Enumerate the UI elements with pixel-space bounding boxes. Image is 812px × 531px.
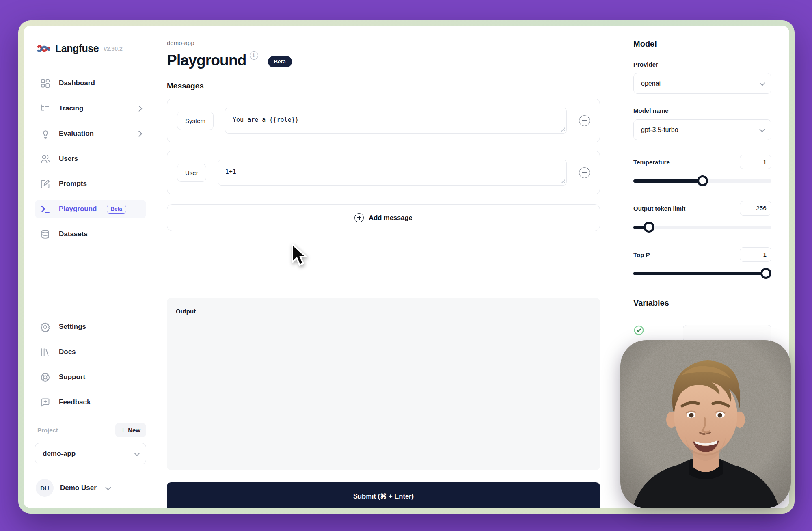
top-p-value[interactable]: 1 bbox=[740, 247, 771, 262]
lifebuoy-icon bbox=[40, 372, 51, 383]
sidebar-item-label: Support bbox=[59, 373, 85, 381]
sidebar-item-playground[interactable]: Playground Beta bbox=[35, 200, 146, 218]
variables-heading: Variables bbox=[633, 298, 771, 308]
top-p-label: Top P bbox=[633, 251, 650, 258]
mouse-cursor bbox=[289, 243, 310, 269]
system-message-input[interactable]: You are a {{role}} bbox=[225, 108, 567, 134]
chevron-down-icon bbox=[759, 126, 765, 132]
brand-name: Langfuse bbox=[55, 43, 99, 54]
sidebar-item-label: Settings bbox=[59, 323, 86, 331]
user-message-input[interactable]: 1+1 bbox=[218, 160, 567, 186]
plus-glyph: + bbox=[121, 426, 125, 434]
title-row: Playground i Beta bbox=[167, 53, 600, 68]
output-token-limit-slider[interactable] bbox=[633, 222, 771, 233]
sidebar-item-settings[interactable]: Settings bbox=[35, 317, 146, 336]
lightbulb-icon bbox=[40, 128, 51, 139]
temperature-label: Temperature bbox=[633, 159, 670, 166]
output-token-limit-value[interactable]: 256 bbox=[740, 201, 771, 216]
model-name-select-value: gpt-3.5-turbo bbox=[641, 126, 678, 134]
library-icon bbox=[40, 347, 51, 358]
output-token-limit-row: Output token limit 256 bbox=[633, 201, 771, 216]
beta-badge-outline: Beta bbox=[107, 205, 126, 214]
project-select-value: demo-app bbox=[43, 450, 76, 458]
info-icon[interactable]: i bbox=[250, 51, 258, 60]
desktop: { "app": { "brand": "Langfuse", "version… bbox=[0, 0, 812, 531]
user-name: Demo User bbox=[60, 484, 97, 492]
temperature-slider[interactable] bbox=[633, 175, 771, 186]
sidebar-item-label: Datasets bbox=[59, 230, 88, 238]
user-textarea-wrap: 1+1 bbox=[218, 160, 567, 186]
variable-row bbox=[633, 325, 771, 342]
output-panel: Output bbox=[167, 298, 600, 470]
project-select[interactable]: demo-app bbox=[35, 443, 146, 464]
sidebar-nav: Dashboard Tracing Evaluation bbox=[35, 74, 146, 244]
sidebar-item-users[interactable]: Users bbox=[35, 149, 146, 168]
main-content: demo-app Playground i Beta Messages Syst… bbox=[156, 26, 627, 508]
slider-thumb[interactable] bbox=[644, 222, 654, 233]
check-circle-icon bbox=[633, 325, 644, 336]
top-p-row: Top P 1 bbox=[633, 247, 771, 262]
breadcrumb[interactable]: demo-app bbox=[167, 39, 600, 46]
terminal-icon bbox=[40, 204, 51, 215]
top-p-slider[interactable] bbox=[633, 268, 771, 279]
beta-badge: Beta bbox=[268, 56, 292, 67]
langfuse-logo-icon bbox=[37, 43, 50, 54]
sidebar-item-support[interactable]: Support bbox=[35, 368, 146, 386]
remove-message-icon[interactable] bbox=[579, 167, 590, 178]
model-name-select[interactable]: gpt-3.5-turbo bbox=[633, 119, 771, 140]
slider-thumb[interactable] bbox=[697, 175, 708, 186]
role-chip-user[interactable]: User bbox=[177, 164, 206, 182]
sidebar-item-label: Users bbox=[59, 155, 78, 163]
submit-label: Submit (⌘ + Enter) bbox=[353, 492, 414, 500]
message-row-user: User 1+1 bbox=[167, 151, 600, 194]
webcam-overlay bbox=[620, 340, 791, 508]
temperature-row: Temperature 1 bbox=[633, 155, 771, 169]
chevron-down-icon bbox=[759, 80, 765, 86]
sidebar-item-datasets[interactable]: Datasets bbox=[35, 225, 146, 244]
sidebar-item-evaluation[interactable]: Evaluation bbox=[35, 124, 146, 143]
users-icon bbox=[40, 153, 51, 164]
sidebar-item-label: Docs bbox=[59, 348, 76, 356]
temperature-value[interactable]: 1 bbox=[740, 155, 771, 169]
app-version: v2.30.2 bbox=[104, 45, 123, 52]
model-name-label: Model name bbox=[633, 107, 771, 114]
chevron-right-icon bbox=[136, 130, 143, 137]
variable-value-input[interactable] bbox=[683, 325, 771, 342]
sidebar-item-dashboard[interactable]: Dashboard bbox=[35, 74, 146, 93]
slider-fill bbox=[633, 226, 644, 229]
system-textarea-wrap: You are a {{role}} bbox=[225, 108, 567, 134]
output-token-limit-label: Output token limit bbox=[633, 205, 685, 212]
page-title: Playground bbox=[167, 53, 246, 68]
tracing-icon bbox=[40, 103, 51, 114]
chevron-down-icon bbox=[105, 485, 111, 490]
presenter-video bbox=[620, 340, 791, 508]
slider-thumb[interactable] bbox=[760, 268, 771, 279]
new-project-button[interactable]: +New bbox=[115, 423, 146, 437]
logo-row: Langfuse v2.30.2 bbox=[35, 43, 146, 54]
add-message-label: Add message bbox=[369, 214, 412, 222]
remove-message-icon[interactable] bbox=[579, 115, 590, 126]
message-plus-icon bbox=[40, 397, 51, 408]
model-heading: Model bbox=[633, 39, 771, 49]
sidebar-item-prompts[interactable]: Prompts bbox=[35, 175, 146, 193]
sidebar-item-label: Dashboard bbox=[59, 79, 95, 87]
sidebar-item-label: Playground bbox=[59, 205, 97, 213]
submit-button[interactable]: Submit (⌘ + Enter) bbox=[167, 482, 600, 508]
dashboard-icon bbox=[40, 78, 51, 89]
sidebar-item-tracing[interactable]: Tracing bbox=[35, 99, 146, 118]
message-row-system: System You are a {{role}} bbox=[167, 99, 600, 142]
provider-select-value: openai bbox=[641, 80, 661, 87]
sidebar-footer-nav: Settings Docs Support bbox=[35, 317, 146, 412]
slider-fill bbox=[633, 272, 771, 275]
user-menu[interactable]: DU Demo User bbox=[35, 479, 146, 497]
gear-icon bbox=[40, 322, 51, 332]
output-label: Output bbox=[176, 308, 591, 315]
project-label: Project bbox=[37, 427, 58, 434]
role-chip-system[interactable]: System bbox=[177, 112, 214, 130]
database-icon bbox=[40, 229, 51, 240]
add-message-button[interactable]: Add message bbox=[167, 204, 600, 231]
avatar: DU bbox=[36, 479, 54, 497]
sidebar-item-feedback[interactable]: Feedback bbox=[35, 393, 146, 412]
provider-select[interactable]: openai bbox=[633, 73, 771, 94]
sidebar-item-docs[interactable]: Docs bbox=[35, 343, 146, 361]
